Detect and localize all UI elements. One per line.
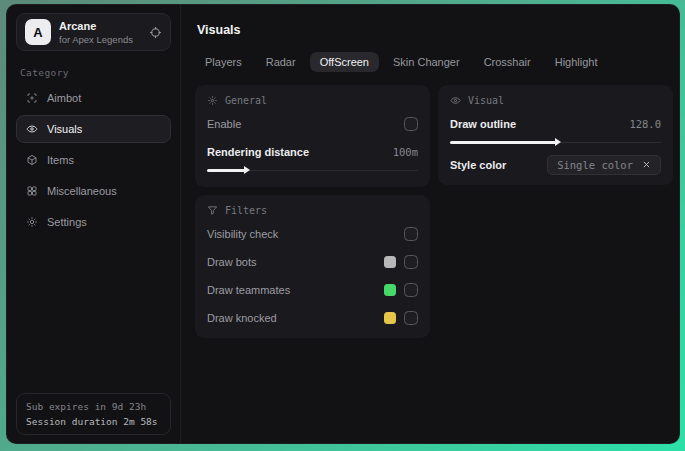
close-icon[interactable] <box>642 160 651 169</box>
draw-bots-checkbox[interactable] <box>404 255 418 269</box>
sub-expires-text: Sub expires in 9d 23h <box>26 401 161 412</box>
draw-teammates-label: Draw teammates <box>207 284 290 296</box>
app-logo: A <box>25 19 51 45</box>
draw-knocked-checkbox[interactable] <box>404 311 418 325</box>
sidebar-item-visuals[interactable]: Visuals <box>16 115 171 143</box>
rendering-distance-value: 100m <box>393 146 418 158</box>
slider-fill <box>207 169 245 172</box>
tab-highlight[interactable]: Highlight <box>545 52 608 72</box>
draw-knocked-label: Draw knocked <box>207 312 277 324</box>
draw-bots-label: Draw bots <box>207 256 257 268</box>
filters-panel: Filters Visibility check Draw bots <box>195 195 430 338</box>
draw-bots-row: Draw bots <box>207 251 418 272</box>
enable-label: Enable <box>207 118 241 130</box>
page-title: Visuals <box>197 23 673 37</box>
sparkle-icon <box>207 95 218 106</box>
panels-area: General Enable Rendering distance 100m <box>195 85 673 338</box>
general-panel: General Enable Rendering distance 100m <box>195 85 430 187</box>
app-tagline: for Apex Legends <box>59 34 133 45</box>
subscription-info-card: Sub expires in 9d 23h Session duration 2… <box>16 393 171 435</box>
crosshair-icon <box>26 92 38 104</box>
draw-teammates-checkbox[interactable] <box>404 283 418 297</box>
sidebar-item-miscellaneous[interactable]: Miscellaneous <box>16 177 171 205</box>
tab-skin-changer[interactable]: Skin Changer <box>383 52 470 72</box>
visibility-check-row: Visibility check <box>207 223 418 244</box>
funnel-icon <box>207 205 218 216</box>
draw-knocked-row: Draw knocked <box>207 307 418 328</box>
draw-bots-color-swatch[interactable] <box>384 256 396 268</box>
sidebar-nav: Aimbot Visuals Items Miscellaneous <box>16 84 171 236</box>
brand-text: Arcane for Apex Legends <box>59 20 133 45</box>
visibility-check-label: Visibility check <box>207 228 278 240</box>
category-label: Category <box>20 67 167 78</box>
main-content: Visuals Players Radar OffScreen Skin Cha… <box>181 5 680 443</box>
sidebar-item-items[interactable]: Items <box>16 146 171 174</box>
visual-panel-title: Visual <box>468 95 504 106</box>
enable-checkbox[interactable] <box>404 117 418 131</box>
general-panel-header: General <box>207 95 418 106</box>
draw-outline-slider[interactable] <box>450 137 661 147</box>
sidebar-item-label: Items <box>47 154 74 166</box>
visibility-check-checkbox[interactable] <box>404 227 418 241</box>
sidebar-item-label: Aimbot <box>47 92 81 104</box>
sidebar-item-aimbot[interactable]: Aimbot <box>16 84 171 112</box>
tab-radar[interactable]: Radar <box>256 52 306 72</box>
draw-knocked-color-swatch[interactable] <box>384 312 396 324</box>
draw-outline-row: Draw outline 128.0 <box>450 113 661 134</box>
slider-fill <box>450 141 556 144</box>
tab-bar: Players Radar OffScreen Skin Changer Cro… <box>195 52 673 72</box>
rendering-distance-label: Rendering distance <box>207 146 309 158</box>
app-window: A Arcane for Apex Legends Category Aimbo… <box>6 4 680 444</box>
style-color-select[interactable]: Single color <box>547 155 661 175</box>
filters-panel-title: Filters <box>225 205 267 216</box>
eye-icon <box>26 123 38 135</box>
sidebar-item-label: Miscellaneous <box>47 185 117 197</box>
sidebar-item-label: Settings <box>47 216 87 228</box>
rendering-distance-row: Rendering distance 100m <box>207 141 418 162</box>
visual-panel-header: Visual <box>450 95 661 106</box>
enable-row: Enable <box>207 113 418 134</box>
gear-icon <box>26 216 38 228</box>
tab-offscreen[interactable]: OffScreen <box>310 52 379 72</box>
style-color-row: Style color Single color <box>450 154 661 175</box>
session-duration-text: Session duration 2m 58s <box>26 416 161 427</box>
rendering-distance-slider[interactable] <box>207 165 418 175</box>
tab-players[interactable]: Players <box>195 52 252 72</box>
visual-panel: Visual Draw outline 128.0 Style color Si… <box>438 85 673 185</box>
sidebar-item-label: Visuals <box>47 123 82 135</box>
sidebar-item-settings[interactable]: Settings <box>16 208 171 236</box>
sidebar: A Arcane for Apex Legends Category Aimbo… <box>7 5 181 443</box>
draw-teammates-color-swatch[interactable] <box>384 284 396 296</box>
draw-outline-label: Draw outline <box>450 118 516 130</box>
filters-panel-header: Filters <box>207 205 418 216</box>
tab-crosshair[interactable]: Crosshair <box>474 52 541 72</box>
left-column: General Enable Rendering distance 100m <box>195 85 430 338</box>
right-column: Visual Draw outline 128.0 Style color Si… <box>438 85 673 185</box>
brand-card: A Arcane for Apex Legends <box>16 13 171 51</box>
draw-teammates-row: Draw teammates <box>207 279 418 300</box>
app-name: Arcane <box>59 20 133 32</box>
cube-icon <box>26 154 38 166</box>
style-color-label: Style color <box>450 159 506 171</box>
eye-icon <box>450 95 461 106</box>
target-icon[interactable] <box>149 26 162 39</box>
draw-outline-value: 128.0 <box>629 118 661 130</box>
grid-icon <box>26 185 38 197</box>
style-color-value: Single color <box>557 159 633 171</box>
general-panel-title: General <box>225 95 267 106</box>
